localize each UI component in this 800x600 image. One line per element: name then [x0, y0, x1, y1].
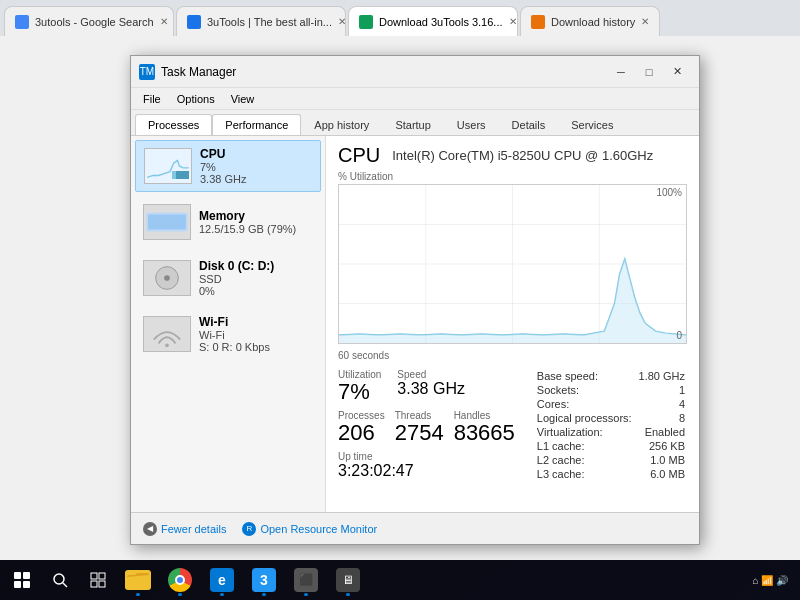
resource-monitor-icon: R — [242, 522, 256, 536]
svg-rect-16 — [91, 581, 97, 587]
resource-item-wifi[interactable]: Wi-Fi Wi-Fi S: 0 R: 0 Kbps — [135, 308, 321, 360]
graph-time-label: 60 seconds — [338, 350, 687, 361]
resource-item-cpu[interactable]: CPU 7% 3.38 GHz — [135, 140, 321, 192]
resource-item-memory[interactable]: Memory 12.5/15.9 GB (79%) — [135, 196, 321, 248]
cpu-graph-container: 100% 0 — [338, 184, 687, 344]
tab-3-close[interactable]: ✕ — [509, 16, 517, 27]
tab-3-icon — [359, 15, 373, 29]
cpu-thumbnail — [144, 148, 192, 184]
wifi-thumbnail — [143, 316, 191, 352]
search-icon — [52, 572, 68, 588]
tab-services[interactable]: Services — [558, 114, 626, 135]
taskbar-file-explorer[interactable] — [118, 562, 158, 598]
sockets-label: Sockets: — [535, 383, 636, 397]
window-controls: ─ □ ✕ — [607, 62, 691, 82]
taskbar-chrome[interactable] — [160, 562, 200, 598]
svg-rect-18 — [127, 575, 149, 589]
resource-sidebar: CPU 7% 3.38 GHz Memory 12.5/15.9 — [131, 136, 326, 512]
sockets-value: 1 — [636, 383, 687, 397]
menu-file[interactable]: File — [135, 91, 169, 107]
tab-performance[interactable]: Performance — [212, 114, 301, 135]
cpu-graph: 100% 0 — [338, 184, 687, 344]
cpu-info: CPU 7% 3.38 GHz — [200, 147, 312, 185]
handles-stat: Handles 83665 — [454, 410, 515, 445]
uptime-block: Up time 3:23:02:47 — [338, 451, 515, 480]
windows-logo-icon — [14, 572, 30, 588]
l1-value: 256 KB — [636, 439, 687, 453]
disk-info: Disk 0 (C: D:) SSD 0% — [199, 259, 313, 297]
threads-stat: Threads 2754 — [395, 410, 444, 445]
resource-item-disk[interactable]: Disk 0 (C: D:) SSD 0% — [135, 252, 321, 304]
browser-tab-1[interactable]: 3utools - Google Search ✕ — [4, 6, 174, 36]
menu-bar: File Options View — [131, 88, 699, 110]
l2-value: 1.0 MB — [636, 453, 687, 467]
memory-name: Memory — [199, 209, 313, 223]
taskbar-3utools[interactable]: 3 — [244, 562, 284, 598]
graph-min-label: 0 — [676, 330, 682, 341]
system-tray-icons: ⌂ 📶 🔊 — [752, 575, 788, 586]
tab-1-label: 3utools - Google Search — [35, 16, 154, 28]
right-stats-panel: Base speed: 1.80 GHz Sockets: 1 Cores: 4 — [535, 369, 687, 481]
util-value: 7% — [338, 380, 381, 404]
fewer-details-icon: ◀ — [143, 522, 157, 536]
tab-4-label: Download history — [551, 16, 635, 28]
minimize-button[interactable]: ─ — [607, 62, 635, 82]
svg-rect-1 — [148, 214, 186, 229]
browser-tab-3[interactable]: Download 3uTools 3.16... ✕ — [348, 6, 518, 36]
titlebar: TM Task Manager ─ □ ✕ — [131, 56, 699, 88]
stats-section: Utilization 7% Speed 3.38 GHz Processes — [338, 369, 687, 481]
wifi-speed: S: 0 R: 0 Kbps — [199, 341, 313, 353]
maximize-button[interactable]: □ — [635, 62, 663, 82]
taskbar-app-misc[interactable]: ⬛ — [286, 562, 326, 598]
processes-value: 206 — [338, 421, 385, 445]
utilization-axis-label: % Utilization — [338, 171, 687, 182]
tab-3-label: Download 3uTools 3.16... — [379, 16, 503, 28]
search-button[interactable] — [42, 562, 78, 598]
disk-thumbnail — [143, 260, 191, 296]
cores-label: Cores: — [535, 397, 636, 411]
l3-label: L3 cache: — [535, 467, 636, 481]
menu-options[interactable]: Options — [169, 91, 223, 107]
open-resource-monitor-link[interactable]: R Open Resource Monitor — [242, 522, 377, 536]
tab-1-close[interactable]: ✕ — [160, 16, 168, 27]
svg-rect-14 — [91, 573, 97, 579]
utilization-stat: Utilization 7% — [338, 369, 381, 404]
svg-point-4 — [165, 343, 169, 347]
tab-1-icon — [15, 15, 29, 29]
start-button[interactable] — [4, 562, 40, 598]
tab-4-close[interactable]: ✕ — [641, 16, 649, 27]
tab-startup[interactable]: Startup — [382, 114, 443, 135]
browser-tab-4[interactable]: Download history ✕ — [520, 6, 660, 36]
cores-value: 4 — [636, 397, 687, 411]
taskbar-edge[interactable]: e — [202, 562, 242, 598]
memory-info: Memory 12.5/15.9 GB (79%) — [199, 209, 313, 235]
uptime-label: Up time — [338, 451, 515, 462]
close-button[interactable]: ✕ — [663, 62, 691, 82]
uptime-value: 3:23:02:47 — [338, 462, 515, 480]
performance-main: CPU Intel(R) Core(TM) i5-8250U CPU @ 1.6… — [326, 136, 699, 512]
svg-line-13 — [63, 583, 67, 587]
tab-bar: Processes Performance App history Startu… — [131, 110, 699, 136]
fewer-details-link[interactable]: ◀ Fewer details — [143, 522, 226, 536]
tab-app-history[interactable]: App history — [301, 114, 382, 135]
logical-value: 8 — [636, 411, 687, 425]
misc-app-icon: ⬛ — [294, 568, 318, 592]
handles-value: 83665 — [454, 421, 515, 445]
wifi-name: Wi-Fi — [199, 315, 313, 329]
task-view-button[interactable] — [80, 562, 116, 598]
tab-processes[interactable]: Processes — [135, 114, 212, 135]
taskbar-monitor-app[interactable]: 🖥 — [328, 562, 368, 598]
tab-users[interactable]: Users — [444, 114, 499, 135]
processes-stat: Processes 206 — [338, 410, 385, 445]
desktop: 3utools - Google Search ✕ 3uTools | The … — [0, 0, 800, 600]
tab-2-close[interactable]: ✕ — [338, 16, 346, 27]
menu-view[interactable]: View — [223, 91, 263, 107]
cpu-name: CPU — [200, 147, 312, 161]
graph-max-label: 100% — [656, 187, 682, 198]
memory-usage: 12.5/15.9 GB (79%) — [199, 223, 313, 235]
taskbar: e 3 ⬛ 🖥 ⌂ 📶 🔊 — [0, 560, 800, 600]
browser-tab-2[interactable]: 3uTools | The best all-in... ✕ — [176, 6, 346, 36]
tab-details[interactable]: Details — [499, 114, 559, 135]
tab-2-label: 3uTools | The best all-in... — [207, 16, 332, 28]
base-speed-value: 1.80 GHz — [636, 369, 687, 383]
